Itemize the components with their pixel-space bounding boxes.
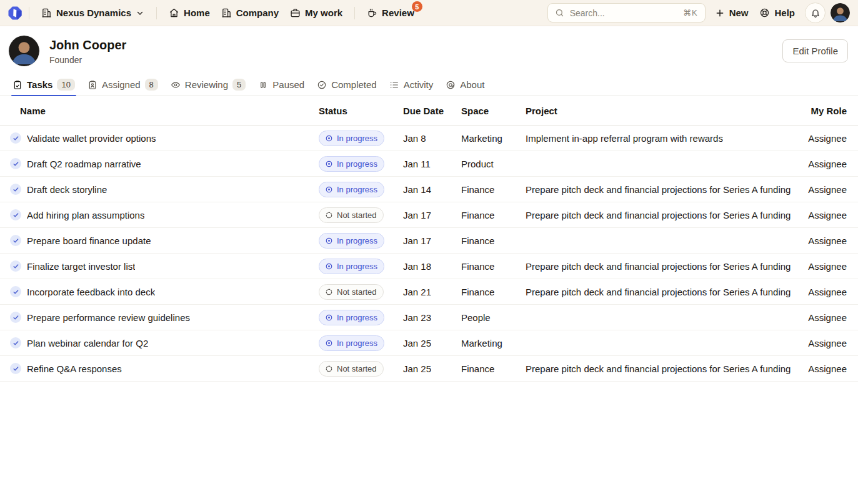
topbar-divider [29, 7, 29, 19]
notifications-button[interactable] [805, 2, 826, 23]
task-name[interactable]: Refine Q&A responses [27, 363, 122, 374]
tab-count-badge: 5 [232, 79, 246, 91]
nav-my-work[interactable]: My work [284, 4, 348, 22]
task-checkbox[interactable] [10, 260, 21, 272]
workspace-switcher[interactable]: Nexus Dynamics [36, 4, 150, 22]
status-badge[interactable]: In progress [319, 310, 384, 325]
pause-icon [258, 80, 268, 90]
project-name[interactable]: Implement in-app referral program with r… [526, 133, 806, 144]
search-input[interactable]: Search... ⌘K [547, 3, 706, 22]
nav-company[interactable]: Company [216, 4, 284, 22]
task-name[interactable]: Draft Q2 roadmap narrative [27, 159, 141, 169]
nav-review[interactable]: Review [361, 4, 420, 22]
my-role: Assignee [806, 312, 858, 323]
task-checkbox[interactable] [10, 337, 21, 348]
tab-assigned[interactable]: Assigned 8 [81, 74, 164, 96]
tab-reviewing[interactable]: Reviewing 5 [164, 74, 252, 96]
task-checkbox[interactable] [10, 235, 21, 246]
building-icon [221, 7, 232, 18]
table-row: Incorporate feedback into deck Not start… [0, 279, 858, 305]
help-button[interactable]: Help [754, 4, 801, 22]
edit-profile-button[interactable]: Edit Profile [782, 39, 848, 62]
tab-tasks[interactable]: Tasks 10 [6, 74, 81, 96]
task-checkbox[interactable] [10, 363, 21, 374]
task-name[interactable]: Prepare board finance update [27, 235, 151, 246]
task-checkbox[interactable] [10, 286, 21, 297]
space-name[interactable]: Product [461, 159, 526, 169]
space-name[interactable]: Finance [461, 210, 526, 220]
status-badge[interactable]: In progress [319, 259, 384, 274]
workspace-name: Nexus Dynamics [56, 7, 131, 18]
space-name[interactable]: Finance [461, 184, 526, 195]
project-name[interactable]: Prepare pitch deck and financial project… [526, 210, 806, 220]
project-name[interactable]: Prepare pitch deck and financial project… [526, 261, 806, 272]
due-date: Jan 17 [403, 210, 461, 220]
space-name[interactable]: Marketing [461, 338, 526, 348]
status-icon [325, 288, 333, 296]
task-checkbox[interactable] [10, 158, 21, 169]
status-badge[interactable]: In progress [319, 182, 384, 197]
nav-my-work-label: My work [305, 7, 342, 18]
status-icon [325, 314, 333, 322]
space-name[interactable]: Finance [461, 235, 526, 246]
my-role: Assignee [806, 235, 858, 246]
space-name[interactable]: Finance [461, 363, 526, 374]
space-name[interactable]: Finance [461, 261, 526, 272]
status-badge[interactable]: Not started [319, 284, 384, 300]
topbar-divider [354, 7, 355, 19]
tab-paused[interactable]: Paused [252, 74, 311, 96]
task-checkbox[interactable] [10, 132, 21, 144]
search-placeholder: Search... [570, 8, 677, 18]
tab-label: Reviewing [185, 79, 228, 90]
tab-label: Activity [404, 79, 434, 90]
project-name[interactable]: Prepare pitch deck and financial project… [526, 184, 806, 195]
table-row: Draft Q2 roadmap narrative In progress J… [0, 151, 858, 177]
task-name[interactable]: Finalize target investor list [27, 261, 135, 272]
column-header-my-role: My Role [806, 106, 858, 116]
status-badge[interactable]: In progress [319, 131, 384, 146]
activity-list-icon [389, 80, 399, 90]
status-badge[interactable]: In progress [319, 233, 384, 249]
task-name[interactable]: Prepare performance review guidelines [27, 312, 190, 323]
status-badge[interactable]: Not started [319, 361, 384, 377]
task-name[interactable]: Validate wallet provider options [27, 133, 156, 144]
project-name[interactable]: Prepare pitch deck and financial project… [526, 287, 806, 297]
status-badge[interactable]: Not started [319, 207, 384, 223]
task-checkbox[interactable] [10, 184, 21, 195]
user-avatar[interactable] [831, 3, 850, 22]
search-shortcut: ⌘K [683, 8, 698, 17]
my-role: Assignee [806, 159, 858, 169]
new-button[interactable]: New [709, 4, 754, 22]
due-date: Jan 17 [403, 235, 461, 246]
bell-icon [811, 8, 821, 18]
nav-review-label: Review [382, 7, 414, 18]
status-badge[interactable]: In progress [319, 335, 384, 351]
app-logo-icon[interactable] [7, 6, 22, 21]
project-name[interactable]: Prepare pitch deck and financial project… [526, 363, 806, 374]
space-name[interactable]: Marketing [461, 133, 526, 144]
task-checkbox[interactable] [10, 312, 21, 323]
nav-home[interactable]: Home [163, 4, 216, 22]
task-checkbox[interactable] [10, 209, 21, 220]
status-badge[interactable]: In progress [319, 156, 384, 172]
clipboard-check-icon [12, 80, 22, 90]
task-name[interactable]: Add hiring plan assumptions [27, 210, 144, 220]
clipboard-person-icon [87, 80, 97, 90]
space-name[interactable]: People [461, 312, 526, 323]
task-table: Name Status Due Date Space Project My Ro… [0, 96, 858, 382]
my-role: Assignee [806, 287, 858, 297]
tab-completed[interactable]: Completed [311, 74, 383, 96]
status-icon [325, 262, 333, 270]
profile-header: John Cooper Founder Edit Profile [0, 26, 858, 74]
my-role: Assignee [806, 261, 858, 272]
column-header-space: Space [461, 106, 526, 116]
my-role: Assignee [806, 184, 858, 195]
home-icon [169, 7, 179, 18]
task-name[interactable]: Draft deck storyline [27, 184, 107, 195]
table-row: Prepare board finance update In progress… [0, 228, 858, 254]
space-name[interactable]: Finance [461, 287, 526, 297]
tab-about[interactable]: About [439, 74, 491, 96]
task-name[interactable]: Incorporate feedback into deck [27, 287, 155, 297]
tab-activity[interactable]: Activity [383, 74, 440, 96]
task-name[interactable]: Plan webinar calendar for Q2 [27, 338, 148, 348]
